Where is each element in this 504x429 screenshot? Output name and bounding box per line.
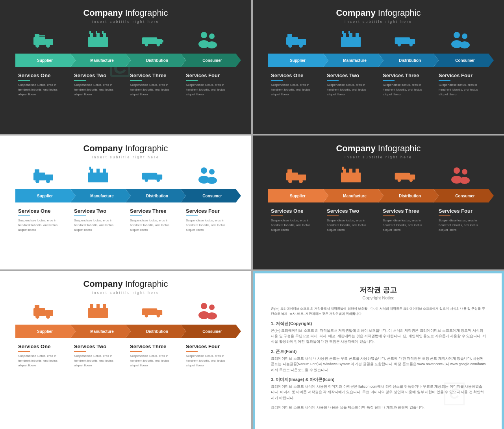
panel-5-services: Services One Suspendisse luctus, eros in… [12,344,239,368]
svg-point-93 [207,312,217,319]
underline-3-2 [74,215,86,216]
svg-point-37 [454,32,460,38]
arrow-supplier-2[interactable]: Supplier [268,54,323,67]
panel-4-services: Services One Suspendisse luctus, eros in… [265,208,492,232]
copyright-section-1-title: 1. 저작권(Copyright) [271,321,486,327]
arrow-distribution-1[interactable]: Distribution [126,54,181,67]
svg-rect-66 [349,169,352,175]
svg-point-54 [156,178,160,182]
svg-point-56 [209,169,215,175]
underline-1-1 [18,80,30,81]
service-item-4-1: Services One Suspendisse luctus, eros in… [271,208,318,232]
panel-1-subtitle: insert subtitle right here [12,20,239,24]
panel-4-arrows[interactable]: Supplier Manufacture Distribution Consum… [265,189,492,202]
svg-point-18 [201,32,207,38]
service-item-3-3: Services Three Suspendisse luctus, eros … [130,208,177,232]
svg-rect-77 [33,308,45,316]
service-item-1-3: Services Three Suspendisse luctus, eros … [130,72,177,97]
arrow-consumer-2[interactable]: Consumer [434,54,489,67]
manufacture-icon-2 [331,29,371,50]
svg-rect-60 [298,175,306,180]
copyright-watermark: C [444,383,465,405]
panel-2: Company Infographic Insert subtitle righ… [253,0,504,134]
svg-marker-17 [159,40,163,43]
copyright-title: 저작권 공고 [359,285,397,295]
supplier-icon-4 [276,165,316,186]
panel-5-icons [12,300,239,321]
service-item-3-1: Services One Suspendisse luctus, eros in… [18,208,65,232]
underline-3-1 [18,215,30,216]
svg-rect-67 [356,169,359,175]
svg-rect-42 [45,175,53,180]
arrow-consumer-5[interactable]: Consumer [181,325,236,338]
svg-rect-23 [298,39,306,45]
arrow-consumer-3[interactable]: Consumer [181,189,236,202]
arrow-distribution-2[interactable]: Distribution [378,54,434,67]
svg-point-91 [209,305,215,310]
arrow-supplier-5[interactable]: Supplier [15,325,70,338]
svg-point-71 [397,178,401,182]
svg-rect-84 [96,304,100,310]
arrow-distribution-3[interactable]: Distribution [126,189,181,202]
svg-point-62 [299,179,303,183]
underline-4-1 [271,215,283,216]
arrow-distribution-5[interactable]: Distribution [126,325,181,338]
svg-rect-0 [33,37,45,45]
arrow-supplier-3[interactable]: Supplier [15,189,70,202]
svg-point-55 [201,167,207,174]
panel-3-arrows[interactable]: Supplier Manufacture Distribution Consum… [12,189,239,202]
underline-5-1 [18,351,30,352]
panel-2-title: Company Infographic [265,8,492,18]
service-item-2-3: Services Three Suspendisse luctus, eros … [383,72,430,97]
svg-rect-50 [89,167,91,170]
copyright-section-1-body: 은(는) 크리에이티브 소프트 의 저작물로서 저작권법에 의하여 보호됩니다.… [271,328,486,345]
arrow-supplier-4[interactable]: Supplier [268,189,323,202]
svg-rect-45 [35,169,39,173]
copyright-panel: 저작권 공고 Copyright Notice 은(는) 크리에이티브 소프트 … [253,271,504,429]
panel-2-arrows[interactable]: Supplier Manufacture Distribution Consum… [265,54,492,67]
panel-3-subtitle: Insert subtitle right here [12,155,239,159]
panel-5-arrows[interactable]: Supplier Manufacture Distribution Consum… [12,325,239,338]
svg-rect-10 [89,31,91,34]
arrow-manufacture-4[interactable]: Manufacture [323,189,378,202]
underline-2-4 [439,80,450,81]
manufacture-icon-5 [78,300,118,321]
service-item-2-2: Services Two Suspendisse luctus, eros in… [327,72,374,97]
distribution-icon-5 [133,300,173,321]
arrow-consumer-1[interactable]: Consumer [181,54,236,67]
service-item-5-3: Services Three Suspendisse luctus, eros … [130,344,177,368]
panel-3: Company Infographic Insert subtitle righ… [0,136,251,269]
copyright-section-4: 크리에이티브 소프트 서식에 사용된 내용은 샘플 텍스트이며 특정 단체나 개… [271,405,486,410]
copyright-section-4-body: 크리에이티브 소프트 서식에 사용된 내용은 샘플 텍스트이며 특정 단체나 개… [271,405,486,410]
svg-rect-30 [356,33,359,39]
arrow-manufacture-2[interactable]: Manufacture [323,54,378,67]
svg-point-88 [145,314,148,318]
svg-point-53 [145,178,148,182]
arrow-supplier-1[interactable]: Supplier [15,54,70,67]
arrow-manufacture-5[interactable]: Manufacture [70,325,126,338]
underline-3-3 [130,215,142,216]
panel-1-arrows[interactable]: Supplier Manufacture Distribution Consum… [12,54,239,67]
underline-5-2 [74,351,86,352]
panel-5-title: Company Infographic [12,279,239,289]
svg-point-76 [460,177,470,184]
underline-2-2 [327,80,339,81]
svg-point-73 [454,167,460,174]
svg-point-2 [35,44,39,48]
arrow-distribution-4[interactable]: Distribution [378,189,434,202]
panel-4-icons [265,165,492,186]
arrow-manufacture-1[interactable]: Manufacture [70,54,126,67]
underline-3-4 [186,215,198,216]
supplier-icon-2 [276,29,316,50]
svg-point-61 [288,179,292,183]
arrow-consumer-4[interactable]: Consumer [434,189,489,202]
underline-4-3 [383,215,395,216]
svg-point-58 [207,177,217,184]
copyright-section-0: 은(는) 크리에이티브 소프트 의 저작물로서 저작권법에 의하여 보호됩니다.… [271,306,486,317]
arrow-manufacture-3[interactable]: Manufacture [70,189,126,202]
svg-point-35 [397,43,401,46]
panel-3-services: Services One Suspendisse luctus, eros in… [12,208,239,232]
panel-5-subtitle: Insert subtitle right here [12,291,239,295]
service-item-5-1: Services One Suspendisse luctus, eros in… [18,344,65,368]
panel-4-subtitle: Insert subtitle right here [265,155,492,159]
